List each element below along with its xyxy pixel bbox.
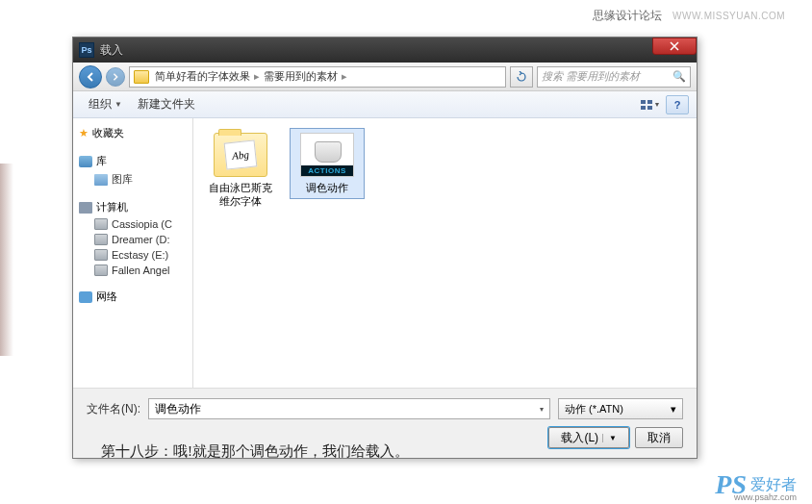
breadcrumb-sep: ▸ [254,70,260,83]
forward-button[interactable] [106,67,125,87]
drive-icon [94,218,108,230]
network-icon [79,291,92,303]
decorative-shadow [0,164,13,356]
svg-rect-0 [641,100,646,104]
breadcrumb-seg1: 简单好看的字体效果 [155,69,250,84]
file-item-font-folder[interactable]: Abg 自由泳巴斯克维尔字体 [203,128,278,214]
gallery-icon [94,174,108,186]
app-icon: Ps [79,42,94,58]
chevron-down-icon: ▾ [671,403,676,416]
watermark: PS 爱好者 www.psahz.com [715,469,797,500]
refresh-icon [516,71,527,83]
page-header: 思缘设计论坛 WWW.MISSYUAN.COM [593,8,785,24]
close-icon [670,41,679,51]
titlebar[interactable]: Ps 载入 [73,38,697,63]
sidebar-drive-f[interactable]: Fallen Angel [75,263,190,278]
arrow-left-icon [86,72,95,82]
forum-url: WWW.MISSYUAN.COM [672,11,785,21]
file-list[interactable]: Abg 自由泳巴斯克维尔字体 ACTIONS 调色动作 [193,118,697,388]
sidebar-computer[interactable]: 计算机 [75,198,190,216]
sidebar-drive-d[interactable]: Dreamer (D: [75,232,190,247]
cancel-button[interactable]: 取消 [635,427,683,448]
star-icon: ★ [79,127,89,139]
search-input[interactable]: 搜索 需要用到的素材 🔍 [537,66,691,88]
sidebar-drive-e[interactable]: Ecstasy (E:) [75,247,190,263]
file-label: 自由泳巴斯克维尔字体 [208,181,273,209]
search-icon: 🔍 [672,70,686,83]
close-button[interactable] [652,38,697,55]
scroll-icon [315,141,342,163]
folder-icon: Abg [214,133,267,177]
breadcrumb-seg2: 需要用到的素材 [264,69,338,84]
svg-rect-3 [647,106,652,110]
window-title: 载入 [100,42,123,59]
breadcrumb[interactable]: 简单好看的字体效果 ▸ 需要用到的素材 ▸ [129,66,506,88]
sidebar-network[interactable]: 网络 [75,288,190,306]
font-preview: Abg [224,139,258,169]
dialog-body: ★ 收藏夹 库 图库 计算机 Cassiopia (C [73,118,697,388]
tutorial-caption: 第十八步：哦!就是那个调色动作，我们给载入。 [101,442,409,461]
file-item-action[interactable]: ACTIONS 调色动作 [290,128,365,199]
library-icon [79,156,92,167]
help-button[interactable]: ? [666,95,689,114]
sidebar-favorites[interactable]: ★ 收藏夹 [75,124,190,142]
drive-icon [94,234,108,245]
new-folder-button[interactable]: 新建文件夹 [130,94,203,114]
svg-rect-1 [647,100,652,104]
folder-icon [134,70,149,84]
file-open-dialog: Ps 载入 简单好看的字体效果 ▸ 需要用到的素材 ▸ 搜索 需要用到的素材 🔍 [72,37,698,459]
sidebar-drive-c[interactable]: Cassiopia (C [75,216,190,232]
computer-icon [79,202,92,214]
watermark-url: www.psahz.com [734,492,797,502]
nav-bar: 简单好看的字体效果 ▸ 需要用到的素材 ▸ 搜索 需要用到的素材 🔍 [73,63,697,91]
back-button[interactable] [79,65,102,88]
drive-icon [94,249,108,261]
svg-rect-2 [641,106,646,110]
chevron-down-icon: ▼ [654,101,661,108]
load-button[interactable]: 载入(L) ▼ [548,427,629,448]
search-placeholder: 搜索 需要用到的素材 [542,69,640,84]
filename-input[interactable]: 调色动作 ▾ [148,398,550,419]
view-icon [641,99,654,111]
chevron-down-icon: ▾ [540,405,544,414]
toolbar: 组织 ▼ 新建文件夹 ▼ ? [73,91,697,118]
sidebar: ★ 收藏夹 库 图库 计算机 Cassiopia (C [73,118,193,388]
refresh-button[interactable] [510,66,533,88]
window-controls [652,38,697,55]
drive-icon [94,265,108,276]
view-options-button[interactable]: ▼ [639,95,662,114]
action-badge: ACTIONS [301,165,353,176]
action-file-icon: ACTIONS [300,133,354,177]
sidebar-gallery[interactable]: 图库 [75,170,190,189]
chevron-down-icon: ▼ [602,434,617,442]
forum-name: 思缘设计论坛 [593,9,662,22]
file-label: 调色动作 [294,181,360,194]
sidebar-library[interactable]: 库 [75,152,190,170]
filename-label: 文件名(N): [87,401,140,417]
filetype-select[interactable]: 动作 (*.ATN) ▾ [558,398,683,419]
organize-menu[interactable]: 组织 ▼ [81,94,130,114]
chevron-down-icon: ▼ [114,100,122,109]
breadcrumb-sep2: ▸ [342,70,347,83]
arrow-right-icon [112,73,119,81]
